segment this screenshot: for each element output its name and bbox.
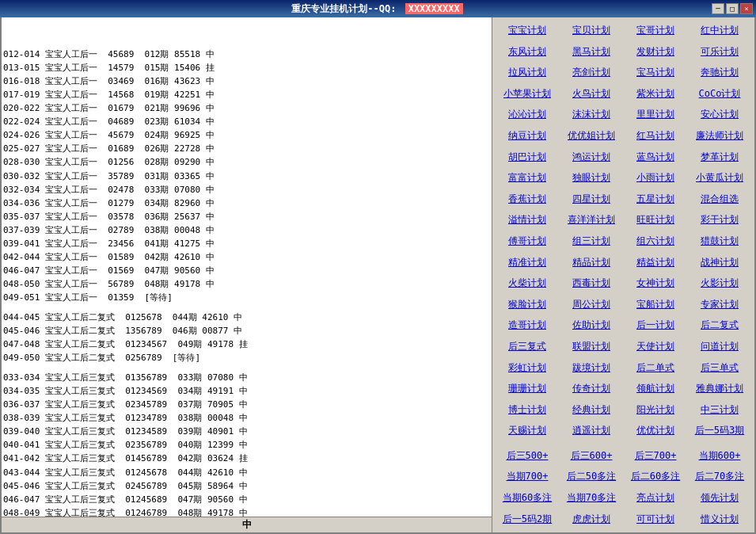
- plan-link[interactable]: 火鸟计划: [560, 84, 623, 105]
- plan-link[interactable]: 领先计划: [688, 488, 751, 509]
- plan-link[interactable]: 可乐计划: [688, 42, 751, 63]
- plan-link[interactable]: 火柴计划: [496, 273, 559, 294]
- plan-link[interactable]: 组三计划: [560, 231, 623, 252]
- plan-link[interactable]: 造哥计划: [496, 315, 559, 336]
- plan-link[interactable]: 喜洋洋计划: [560, 210, 623, 231]
- maximize-button[interactable]: □: [726, 3, 739, 14]
- plan-link[interactable]: 猴脸计划: [496, 295, 559, 315]
- plan-link[interactable]: 蓝鸟计划: [624, 147, 687, 168]
- plan-link[interactable]: 里里计划: [624, 105, 687, 125]
- plan-link[interactable]: 宝哥计划: [624, 21, 687, 41]
- plan-link[interactable]: 纳豆计划: [496, 126, 559, 147]
- plan-link[interactable]: 奔驰计划: [688, 63, 751, 83]
- plan-link[interactable]: 沁沁计划: [496, 105, 559, 125]
- plan-link[interactable]: 后二50多注: [560, 467, 623, 487]
- plan-link[interactable]: 后一计划: [624, 315, 687, 336]
- plan-link[interactable]: 黑马计划: [560, 42, 623, 63]
- plan-link[interactable]: 后二60多注: [624, 467, 687, 487]
- plan-link[interactable]: 鸿运计划: [560, 147, 623, 168]
- plan-link[interactable]: 可可计划: [624, 509, 687, 530]
- plan-link[interactable]: 安心计划: [688, 105, 751, 125]
- plan-link[interactable]: 彩干计划: [688, 210, 751, 231]
- plan-link[interactable]: 仔仔计划: [688, 530, 751, 532]
- plan-link[interactable]: 领航计划: [624, 379, 687, 399]
- plan-link[interactable]: 荷塘计划: [496, 530, 559, 532]
- plan-link[interactable]: 专家计划: [688, 295, 751, 315]
- plan-link[interactable]: 拉风计划: [496, 63, 559, 83]
- plan-link[interactable]: 女神计划: [624, 273, 687, 294]
- plan-link[interactable]: 四星计划: [560, 189, 623, 210]
- plan-link[interactable]: 红马计划: [624, 126, 687, 147]
- plan-link[interactable]: 精品计划: [560, 253, 623, 273]
- plan-link[interactable]: 西毒计划: [560, 273, 623, 294]
- plan-link[interactable]: 东风计划: [496, 42, 559, 63]
- close-button[interactable]: ×: [740, 3, 753, 14]
- plan-link[interactable]: 后三700+: [624, 446, 687, 467]
- minimize-button[interactable]: ─: [712, 3, 724, 14]
- plan-link[interactable]: CoCo计划: [688, 84, 751, 105]
- plan-link[interactable]: 优优姐计划: [560, 126, 623, 147]
- plan-link[interactable]: 混合组选: [688, 189, 751, 210]
- plan-link[interactable]: 精益计划: [624, 253, 687, 273]
- plan-link[interactable]: 后三500+: [496, 446, 559, 467]
- plan-link[interactable]: 组六计划: [624, 231, 687, 252]
- plan-link[interactable]: 五星计划: [624, 189, 687, 210]
- plan-link[interactable]: 阳光计划: [624, 400, 687, 421]
- plan-link[interactable]: 后二单式: [624, 358, 687, 379]
- plan-link[interactable]: 猎鼓计划: [688, 231, 751, 252]
- plan-link[interactable]: 优优计划: [624, 421, 687, 441]
- plan-link[interactable]: 紫米计划: [624, 84, 687, 105]
- plan-link[interactable]: 当期60多注: [496, 488, 559, 509]
- plan-link[interactable]: 后三单式: [688, 358, 751, 379]
- plan-link[interactable]: 虎虎计划: [560, 509, 623, 530]
- plan-link[interactable]: 中三计划: [688, 400, 751, 421]
- plan-link[interactable]: 博士计划: [496, 400, 559, 421]
- plan-link[interactable]: 宝宝计划: [496, 21, 559, 41]
- plan-link[interactable]: 传奇计划: [560, 379, 623, 399]
- plan-link[interactable]: 胡巴计划: [496, 147, 559, 168]
- plan-link[interactable]: 亮剑计划: [560, 63, 623, 83]
- plan-link[interactable]: 香蕉计划: [496, 189, 559, 210]
- plan-link[interactable]: 小雨计划: [624, 168, 687, 189]
- plan-link[interactable]: 火影计划: [688, 273, 751, 294]
- plan-link[interactable]: 后一5码3期: [688, 421, 751, 441]
- plan-link[interactable]: 傅哥计划: [496, 231, 559, 252]
- left-content-scroll[interactable]: 012-014 宝宝人工后一 45689 012期 85518 中013-015…: [2, 17, 492, 517]
- plan-link[interactable]: 后二70多注: [688, 467, 751, 487]
- plan-link[interactable]: 梦革计划: [688, 147, 751, 168]
- right-panel[interactable]: 宝宝计划宝贝计划宝哥计划红中计划东风计划黑马计划发财计划可乐计划拉风计划亮剑计划…: [492, 17, 754, 532]
- plan-link[interactable]: 雅典娜计划: [688, 379, 751, 399]
- plan-link[interactable]: 问道计划: [688, 337, 751, 357]
- plan-link[interactable]: 后一5码2期: [496, 509, 559, 530]
- plan-link[interactable]: 宝船计划: [624, 295, 687, 315]
- plan-link[interactable]: 当期600+: [688, 446, 751, 467]
- plan-link[interactable]: 珊珊计划: [496, 379, 559, 399]
- plan-link[interactable]: 溢情计划: [496, 210, 559, 231]
- plan-link[interactable]: 宝贝计划: [560, 21, 623, 41]
- plan-link[interactable]: 旺旺计划: [624, 210, 687, 231]
- plan-link[interactable]: 独眼计划: [560, 168, 623, 189]
- plan-link[interactable]: 发财计划: [624, 42, 687, 63]
- plan-link[interactable]: 当期700+: [496, 467, 559, 487]
- plan-link[interactable]: 彩虹计划: [496, 358, 559, 379]
- plan-link[interactable]: 战神计划: [688, 253, 751, 273]
- plan-link[interactable]: 沫沫计划: [560, 105, 623, 125]
- plan-link[interactable]: 后三600+: [560, 446, 623, 467]
- plan-link[interactable]: 财神计划: [624, 530, 687, 532]
- plan-link[interactable]: 联盟计划: [560, 337, 623, 357]
- plan-link[interactable]: 廉法师计划: [688, 126, 751, 147]
- plan-link[interactable]: 后三复式: [496, 337, 559, 357]
- plan-link[interactable]: 逍遥计划: [560, 421, 623, 441]
- plan-link[interactable]: 天赐计划: [496, 421, 559, 441]
- plan-link[interactable]: 宝马计划: [624, 63, 687, 83]
- plan-link[interactable]: 惜义计划: [688, 509, 751, 530]
- plan-link[interactable]: 天使计划: [624, 337, 687, 357]
- plan-link[interactable]: 经典计划: [560, 400, 623, 421]
- plan-link[interactable]: 红中计划: [688, 21, 751, 41]
- plan-link[interactable]: 小黄瓜计划: [688, 168, 751, 189]
- plan-link[interactable]: 后二复式: [688, 315, 751, 336]
- plan-link[interactable]: 跋境计划: [560, 358, 623, 379]
- plan-link[interactable]: 亮点计划: [624, 488, 687, 509]
- plan-link[interactable]: 富富计划: [496, 168, 559, 189]
- plan-link[interactable]: 精准计划: [496, 253, 559, 273]
